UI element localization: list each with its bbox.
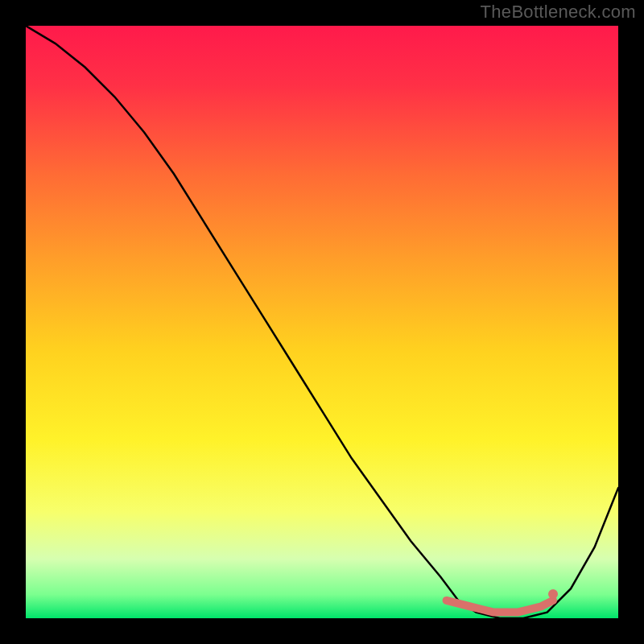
chart-frame: TheBottleneck.com <box>0 0 644 644</box>
gradient-background <box>26 26 618 618</box>
watermark-text: TheBottleneck.com <box>481 2 636 23</box>
optimal-band-end-dot <box>548 589 558 599</box>
chart-svg <box>0 0 644 644</box>
